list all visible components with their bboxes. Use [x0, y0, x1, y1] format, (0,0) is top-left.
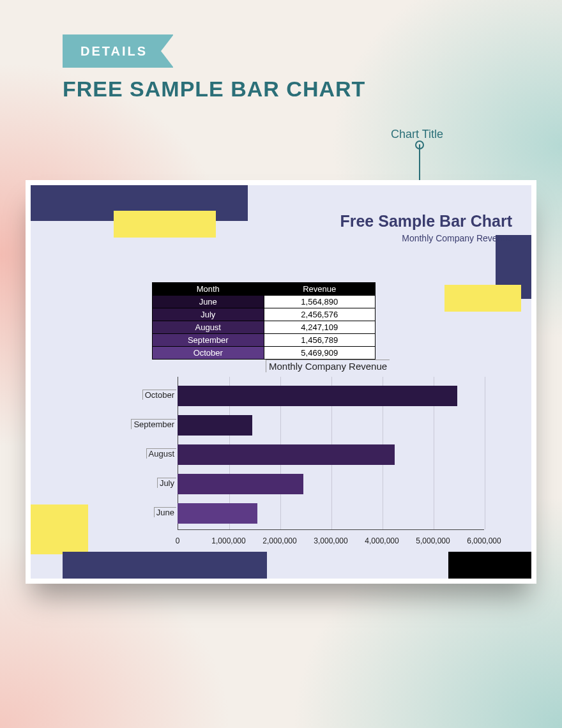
table-row: August4,247,109	[153, 321, 376, 334]
deco-rect	[444, 285, 521, 312]
callout-chart-title: Chart Title	[391, 128, 443, 141]
deco-rect	[114, 211, 216, 238]
bar-row: September	[126, 413, 484, 438]
bar-label: September	[131, 419, 176, 429]
callout-dot-icon	[415, 140, 424, 149]
data-table: Month Revenue June1,564,890July2,456,576…	[152, 282, 376, 360]
deco-rect	[63, 552, 267, 579]
table-row: June1,564,890	[153, 296, 376, 308]
table-header-month: Month	[153, 283, 264, 296]
deco-rect	[448, 552, 531, 579]
table-cell-revenue: 1,456,789	[264, 334, 376, 347]
bar	[178, 503, 257, 524]
table-row: July2,456,576	[153, 308, 376, 321]
bar	[178, 386, 457, 406]
table-row: September1,456,789	[153, 334, 376, 347]
x-tick-label: 4,000,000	[365, 536, 399, 545]
chart-card: Free Sample Bar Chart Monthly Company Re…	[26, 180, 536, 584]
bar-label: June	[154, 507, 176, 517]
table-cell-month: July	[153, 308, 264, 321]
table-header-revenue: Revenue	[264, 283, 376, 296]
chart-main-title: Free Sample Bar Chart	[340, 212, 512, 230]
x-tick-label: 6,000,000	[467, 536, 501, 545]
table-cell-month: June	[153, 296, 264, 308]
x-tick-label: 0	[176, 536, 180, 545]
table-cell-month: August	[153, 321, 264, 334]
bar	[178, 474, 303, 494]
page-title: FREE SAMPLE BAR CHART	[63, 77, 365, 102]
bar-label: August	[146, 448, 176, 459]
bar-row: August	[126, 442, 484, 467]
deco-rect	[31, 504, 88, 554]
table-row: October5,469,909	[153, 347, 376, 360]
plot-title: Monthly Company Revenue	[266, 360, 390, 372]
table-cell-month: October	[153, 347, 264, 360]
table-cell-month: September	[153, 334, 264, 347]
bar-row: June	[126, 501, 484, 526]
x-tick-label: 5,000,000	[416, 536, 450, 545]
bar	[178, 415, 252, 436]
x-tick-label: 3,000,000	[314, 536, 347, 545]
chart-card-body: Free Sample Bar Chart Monthly Company Re…	[31, 185, 531, 579]
bar-label: July	[157, 478, 176, 488]
bar	[178, 444, 395, 465]
table-cell-revenue: 5,469,909	[264, 347, 376, 360]
table-cell-revenue: 2,456,576	[264, 308, 376, 321]
x-tick-label: 2,000,000	[262, 536, 296, 545]
table-cell-revenue: 4,247,109	[264, 321, 376, 334]
bar-row: July	[126, 471, 484, 497]
gridline	[485, 377, 485, 529]
bar-chart: 01,000,0002,000,0003,000,0004,000,0005,0…	[126, 377, 484, 549]
chart-title-block: Free Sample Bar Chart Monthly Company Re…	[340, 212, 512, 243]
x-tick-label: 1,000,000	[211, 536, 245, 545]
chart-subtitle: Monthly Company Revenue	[340, 233, 512, 243]
bar-label: October	[142, 390, 176, 400]
table-cell-revenue: 1,564,890	[264, 296, 376, 308]
details-ribbon: DETAILS	[63, 34, 173, 68]
bar-row: October	[126, 383, 484, 409]
